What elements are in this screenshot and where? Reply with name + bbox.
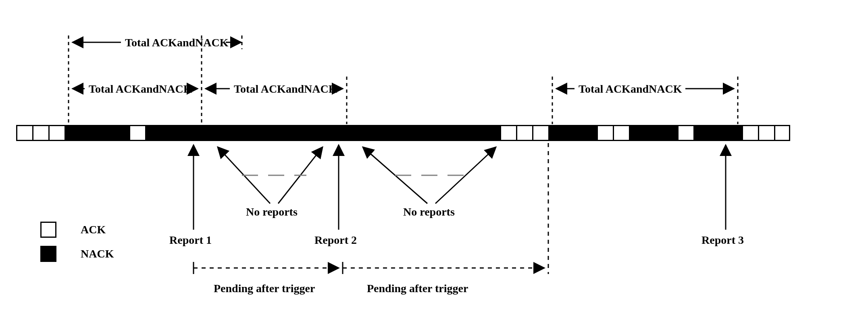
cell-nack xyxy=(355,125,371,141)
cell-ack xyxy=(48,125,65,141)
cell-nack xyxy=(452,125,468,141)
legend-ack-label: ACK xyxy=(81,223,106,236)
cell-nack xyxy=(242,125,258,141)
cell-nack xyxy=(210,125,226,141)
report-2-label: Report 2 xyxy=(314,234,357,247)
cell-nack xyxy=(323,125,339,141)
cell-ack xyxy=(16,125,32,141)
legend-ack-box xyxy=(40,222,56,238)
cell-nack xyxy=(645,125,661,141)
legend-ack-row: ACK xyxy=(40,222,114,238)
cell-nack xyxy=(290,125,306,141)
cell-nack xyxy=(693,125,710,141)
bracket-label-mid-2: Total ACKandNACK xyxy=(234,83,337,96)
cell-ack xyxy=(613,125,629,141)
cell-nack xyxy=(226,125,242,141)
cell-nack xyxy=(435,125,452,141)
pending-2-label: Pending after trigger xyxy=(367,282,468,295)
cell-nack xyxy=(710,125,726,141)
ack-nack-timeline-diagram: Total ACKandNACK Total ACKandNACK Total … xyxy=(16,16,852,310)
legend: ACK NACK xyxy=(40,222,114,270)
cell-nack xyxy=(403,125,419,141)
bracket-label-right: Total ACKandNACK xyxy=(579,83,682,96)
cell-ack xyxy=(677,125,693,141)
no-reports-1-line-b xyxy=(278,147,323,203)
cell-nack xyxy=(65,125,81,141)
cell-nack xyxy=(564,125,581,141)
no-reports-1-line-a xyxy=(218,147,270,203)
cell-nack xyxy=(581,125,597,141)
cell-ack xyxy=(32,125,48,141)
cell-nack xyxy=(145,125,161,141)
cell-nack xyxy=(387,125,403,141)
cell-nack xyxy=(468,125,484,141)
cell-nack xyxy=(661,125,677,141)
cell-nack xyxy=(258,125,274,141)
cell-nack xyxy=(419,125,435,141)
cell-ack xyxy=(597,125,613,141)
legend-nack-row: NACK xyxy=(40,246,114,262)
cell-nack xyxy=(81,125,97,141)
cell-nack xyxy=(339,125,355,141)
cell-nack xyxy=(726,125,742,141)
cell-ack xyxy=(742,125,758,141)
cell-nack xyxy=(306,125,323,141)
cell-nack xyxy=(161,125,177,141)
ack-nack-strip xyxy=(16,125,852,141)
cell-nack xyxy=(629,125,645,141)
cell-ack xyxy=(758,125,774,141)
cell-nack xyxy=(371,125,387,141)
bracket-label-mid-1: Total ACKandNACK xyxy=(89,83,192,96)
cell-ack xyxy=(774,125,790,141)
cell-nack xyxy=(274,125,290,141)
pending-1-label: Pending after trigger xyxy=(214,282,315,295)
cell-ack xyxy=(129,125,145,141)
cell-nack xyxy=(484,125,500,141)
report-1-label: Report 1 xyxy=(169,234,212,247)
no-reports-2-line-a xyxy=(363,147,427,203)
legend-nack-label: NACK xyxy=(81,247,114,260)
cell-nack xyxy=(194,125,210,141)
cell-nack xyxy=(177,125,194,141)
cell-ack xyxy=(500,125,516,141)
cell-nack xyxy=(97,125,113,141)
no-reports-1-label: No reports xyxy=(246,206,298,218)
bracket-label-top-1: Total ACKandNACK xyxy=(125,36,228,49)
cell-nack xyxy=(113,125,129,141)
no-reports-2-line-b xyxy=(435,147,496,203)
cell-ack xyxy=(532,125,548,141)
no-reports-2-label: No reports xyxy=(403,206,455,218)
cell-nack xyxy=(548,125,564,141)
report-3-label: Report 3 xyxy=(701,234,744,247)
legend-nack-box xyxy=(40,246,56,262)
arrow-overlay xyxy=(16,16,852,310)
cell-ack xyxy=(516,125,532,141)
